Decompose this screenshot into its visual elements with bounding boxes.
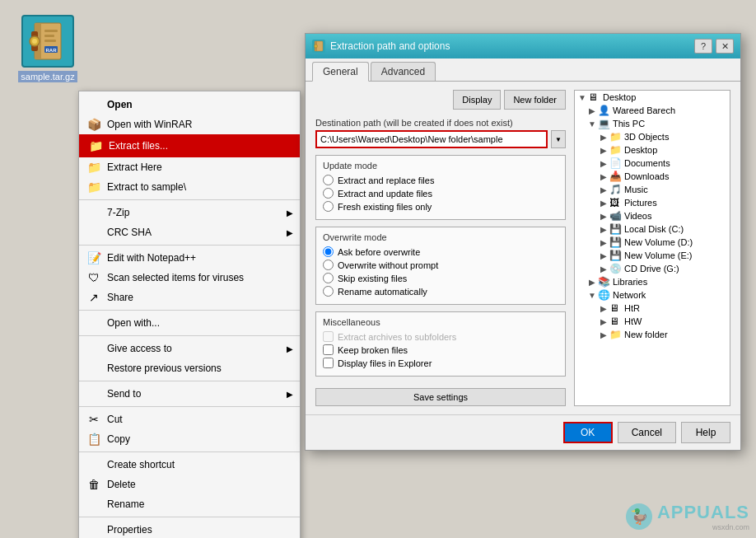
- context-menu-item-rename[interactable]: Rename: [79, 494, 300, 514]
- tree-item-libraries[interactable]: ▶ 📚 Libraries: [575, 275, 730, 288]
- tree-item-cd-g[interactable]: ▶ 💿 CD Drive (G:): [575, 262, 730, 275]
- open-icon: [86, 98, 102, 111]
- context-menu-item-extract-files[interactable]: 📁 Extract files...: [79, 134, 300, 157]
- tree-toggle-volume-d[interactable]: ▶: [598, 236, 609, 248]
- dialog-help-button[interactable]: ?: [694, 39, 712, 54]
- tree-label-downloads: Downloads: [624, 171, 728, 181]
- context-menu-item-restore-versions[interactable]: Restore previous versions: [79, 358, 300, 378]
- tree-item-documents[interactable]: ▶ 📄 Documents: [575, 157, 730, 170]
- tree-toggle-videos[interactable]: ▶: [598, 210, 609, 222]
- tree-label-htw: HtW: [624, 316, 728, 326]
- tree-item-downloads[interactable]: ▶ 📥 Downloads: [575, 170, 730, 183]
- context-menu-item-scan-virus[interactable]: 🛡 Scan selected items for viruses: [79, 268, 300, 288]
- tree-item-volume-e[interactable]: ▶ 💾 New Volume (E:): [575, 249, 730, 262]
- tree-item-htw[interactable]: ▶ 🖥 HtW: [575, 315, 730, 328]
- context-menu-item-send-to[interactable]: Send to ▶: [79, 384, 300, 404]
- tree-toggle-downloads[interactable]: ▶: [598, 171, 609, 182]
- checkbox-keep-broken-input[interactable]: [323, 344, 334, 355]
- tree-item-music[interactable]: ▶ 🎵 Music: [575, 183, 730, 196]
- radio-extract-replace: Extract and replace files: [323, 175, 558, 185]
- tree-item-thispc[interactable]: ▼ 💻 This PC: [575, 117, 730, 130]
- tree-toggle-new-folder[interactable]: ▶: [598, 329, 609, 340]
- context-menu-item-properties[interactable]: Properties: [79, 520, 300, 538]
- tree-label-3dobjects: 3D Objects: [624, 132, 728, 142]
- context-menu-item-cut[interactable]: ✂ Cut: [79, 409, 300, 429]
- tree-item-wareed[interactable]: ▶ 👤 Wareed Barech: [575, 104, 730, 117]
- save-settings-button[interactable]: Save settings: [315, 388, 566, 406]
- path-input[interactable]: [315, 130, 548, 148]
- tree-item-pictures[interactable]: ▶ 🖼 Pictures: [575, 196, 730, 209]
- tree-label-volume-d: New Volume (D:): [624, 237, 728, 247]
- watermark-sub-text: wsxdn.com: [657, 523, 749, 531]
- context-menu-item-open[interactable]: Open: [79, 95, 300, 115]
- tab-general[interactable]: General: [312, 62, 369, 82]
- tree-item-local-c[interactable]: ▶ 💾 Local Disk (C:): [575, 222, 730, 236]
- tree-toggle-3dobjects[interactable]: ▶: [598, 131, 609, 143]
- file-tree[interactable]: ▼ 🖥 Desktop ▶ 👤 Wareed Barech ▼ 💻 T: [574, 90, 730, 406]
- context-menu-item-extract-to[interactable]: 📁 Extract to sample\: [79, 177, 300, 197]
- context-notepad-label: Edit with Notepad++: [107, 252, 287, 264]
- sep7: [79, 451, 300, 452]
- radio-extract-replace-input[interactable]: [323, 175, 334, 185]
- display-button[interactable]: Display: [453, 90, 501, 110]
- tree-toggle-desktop-sub[interactable]: ▶: [598, 144, 609, 156]
- radio-rename-auto-label: Rename automatically: [338, 287, 427, 297]
- radio-skip-existing-input[interactable]: [323, 273, 334, 283]
- radio-extract-update-input[interactable]: [323, 188, 334, 199]
- radio-rename-auto-input[interactable]: [323, 286, 334, 297]
- context-menu-item-open-winrar[interactable]: 📦 Open with WinRAR: [79, 115, 300, 134]
- tree-toggle-volume-e[interactable]: ▶: [598, 250, 609, 261]
- tree-toggle-music[interactable]: ▶: [598, 184, 609, 195]
- tree-item-network[interactable]: ▼ 🌐 Network: [575, 288, 730, 302]
- tree-label-documents: Documents: [624, 158, 728, 168]
- tree-item-desktop-root[interactable]: ▼ 🖥 Desktop: [575, 91, 730, 104]
- tree-toggle-cd-g[interactable]: ▶: [598, 263, 609, 274]
- path-dropdown-button[interactable]: ▼: [551, 130, 566, 148]
- radio-without-prompt-input[interactable]: [323, 260, 334, 270]
- overwrite-mode-section: Overwrite mode Ask before overwrite Over…: [315, 227, 566, 305]
- tree-toggle-pictures[interactable]: ▶: [598, 197, 609, 208]
- tree-item-videos[interactable]: ▶ 📹 Videos: [575, 209, 730, 222]
- radio-fresh-only-input[interactable]: [323, 201, 334, 212]
- context-menu-item-open-with[interactable]: Open with...: [79, 313, 300, 333]
- svg-text:🦆: 🦆: [630, 508, 649, 526]
- tree-icon-local-c: 💾: [609, 223, 623, 235]
- tree-item-3dobjects[interactable]: ▶ 📁 3D Objects: [575, 130, 730, 143]
- destination-field: Destination path (will be created if doe…: [315, 118, 566, 148]
- context-menu-item-share[interactable]: ↗ Share: [79, 288, 300, 307]
- tree-label-music: Music: [624, 185, 728, 194]
- tree-label-volume-e: New Volume (E:): [624, 250, 728, 260]
- tree-item-desktop-sub[interactable]: ▶ 📁 Desktop: [575, 143, 730, 157]
- context-menu-item-extract-here[interactable]: 📁 Extract Here: [79, 157, 300, 177]
- tree-item-htr[interactable]: ▶ 🖥 HtR: [575, 302, 730, 315]
- tree-toggle-desktop[interactable]: ▼: [576, 91, 588, 103]
- checkbox-extract-subfolders-input[interactable]: [323, 331, 334, 342]
- context-menu-item-copy[interactable]: 📋 Copy: [79, 429, 300, 449]
- tree-toggle-htw[interactable]: ▶: [598, 316, 609, 327]
- dialog-close-button[interactable]: ✕: [716, 39, 734, 54]
- context-menu-item-delete[interactable]: 🗑 Delete: [79, 475, 300, 494]
- tree-toggle-documents[interactable]: ▶: [598, 157, 609, 169]
- cancel-button[interactable]: Cancel: [618, 422, 676, 443]
- help-button[interactable]: Help: [681, 422, 730, 443]
- tree-toggle-network[interactable]: ▼: [586, 289, 598, 301]
- file-icon[interactable]: RAR sample.tar.gz: [15, 15, 81, 82]
- context-menu-item-edit-notepad[interactable]: 📝 Edit with Notepad++: [79, 248, 300, 268]
- radio-ask-before-input[interactable]: [323, 246, 334, 257]
- new-folder-button[interactable]: New folder: [504, 90, 566, 110]
- checkbox-display-explorer-input[interactable]: [323, 358, 334, 368]
- ok-button[interactable]: OK: [563, 422, 613, 443]
- context-menu-item-create-shortcut[interactable]: Create shortcut: [79, 455, 300, 475]
- tree-toggle-thispc[interactable]: ▼: [586, 118, 598, 129]
- tree-toggle-libraries[interactable]: ▶: [586, 276, 598, 288]
- context-menu-item-7zip[interactable]: 7-Zip ▶: [79, 203, 300, 222]
- tree-toggle-htr[interactable]: ▶: [598, 302, 609, 314]
- tree-item-volume-d[interactable]: ▶ 💾 New Volume (D:): [575, 236, 730, 249]
- tree-icon-htw: 🖥: [609, 316, 623, 327]
- tab-advanced[interactable]: Advanced: [371, 62, 436, 81]
- tree-toggle-local-c[interactable]: ▶: [598, 223, 609, 235]
- context-menu-item-crc-sha[interactable]: CRC SHA ▶: [79, 222, 300, 242]
- tree-item-new-folder[interactable]: ▶ 📁 New folder: [575, 328, 730, 341]
- tree-toggle-wareed[interactable]: ▶: [586, 105, 598, 116]
- context-menu-item-give-access[interactable]: Give access to ▶: [79, 339, 300, 358]
